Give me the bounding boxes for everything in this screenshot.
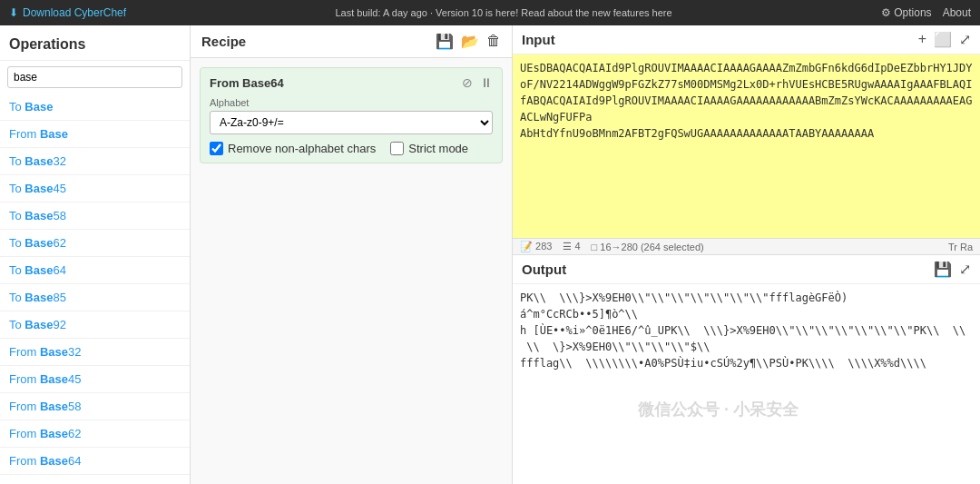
recipe-header: Recipe 💾 📂 🗑 — [191, 25, 512, 58]
search-input[interactable] — [7, 66, 182, 88]
op-disable-button[interactable]: ⊘ — [462, 75, 473, 90]
line-count: ☰ 4 — [563, 241, 580, 252]
alphabet-field-group: Alphabet A-Za-z0-9+/= A-Za-z0-9-_ Custom — [210, 97, 493, 134]
download-icon: ⬇ — [9, 6, 18, 19]
recipe-actions: 💾 📂 🗑 — [436, 33, 501, 50]
strict-mode-text: Strict mode — [408, 142, 468, 155]
input-header: Input + ⬜ ⤢ — [513, 25, 980, 54]
operation-card-from-base64: From Base64 ⊘ ⏸ Alphabet A-Za-z0-9+/= A-… — [200, 67, 503, 163]
sidebar-item-to-base85[interactable]: To Base85 — [0, 284, 190, 311]
output-expand-button[interactable]: ⤢ — [959, 261, 971, 278]
char-count: 📝 283 — [520, 241, 552, 252]
io-panel: Input + ⬜ ⤢ UEsDBAQACQAIAId9PlgROUVIMAAA… — [513, 25, 980, 484]
options-button[interactable]: ⚙ Options — [881, 6, 932, 19]
output-header: Output 💾 ⤢ — [513, 255, 980, 284]
search-box — [0, 61, 190, 94]
alphabet-label: Alphabet — [210, 97, 493, 108]
sidebar-item-from-base62[interactable]: From Base62 — [0, 420, 190, 448]
output-save-button[interactable]: 💾 — [934, 261, 952, 278]
download-label[interactable]: Download CyberChef — [23, 6, 126, 19]
sidebar-item-from-base45[interactable]: From Base45 — [0, 366, 190, 393]
strict-mode-checkbox[interactable] — [390, 142, 404, 155]
sidebar-item-from-base32[interactable]: From Base32 — [0, 339, 190, 366]
main-layout: Operations To Base From Base To Base32 T… — [0, 25, 980, 484]
alphabet-select[interactable]: A-Za-z0-9+/= A-Za-z0-9-_ Custom — [210, 111, 493, 134]
remove-nonalpha-text: Remove non-alphabet chars — [228, 142, 376, 155]
download-section[interactable]: ⬇ Download CyberChef — [9, 6, 126, 19]
output-title: Output — [522, 262, 566, 277]
output-content: PK\\ \\\}>X%9EH0\\"\\"\\"\\"\\"\\"\\"fff… — [513, 284, 980, 484]
output-line-2: á^m°CcRCb••5]¶ò^\\ — [520, 306, 973, 322]
recipe-panel: Recipe 💾 📂 🗑 From Base64 ⊘ ⏸ Alphabet A-… — [191, 25, 513, 484]
recipe-open-button[interactable]: 📂 — [461, 33, 479, 50]
op-card-header: From Base64 ⊘ ⏸ — [210, 75, 493, 90]
sidebar-item-from-base64[interactable]: From Base64 — [0, 448, 190, 475]
topbar-right: ⚙ Options About — [881, 6, 971, 19]
output-section: Output 💾 ⤢ PK\\ \\\}>X%9EH0\\"\\"\\"\\"\… — [513, 255, 980, 484]
input-section: Input + ⬜ ⤢ UEsDBAQACQAIAId9PlgROUVIMAAA… — [513, 25, 980, 255]
sidebar-item-from-base58[interactable]: From Base58 — [0, 393, 190, 420]
sidebar-item-to-base64[interactable]: To Base64 — [0, 257, 190, 284]
recipe-title: Recipe — [201, 34, 246, 49]
sidebar-item-to-base58[interactable]: To Base58 — [0, 202, 190, 230]
build-info: Last build: A day ago · Version 10 is he… — [335, 7, 671, 18]
topbar: ⬇ Download CyberChef Last build: A day a… — [0, 0, 980, 25]
output-line-3: h [ÙE••%i»^0ë1HE6/^û_UPK\\ \\\}>X%9EH0\\… — [520, 322, 973, 355]
strict-mode-label[interactable]: Strict mode — [390, 142, 468, 155]
sidebar-item-to-base[interactable]: To Base — [0, 94, 190, 121]
remove-nonalpha-checkbox[interactable] — [210, 142, 223, 155]
op-card-title: From Base64 — [210, 76, 284, 90]
input-window-button[interactable]: ⬜ — [934, 31, 952, 48]
sidebar-item-to-base45[interactable]: To Base45 — [0, 175, 190, 202]
remove-nonalpha-label[interactable]: Remove non-alphabet chars — [210, 142, 376, 155]
input-expand-button[interactable]: ⤢ — [959, 31, 971, 48]
input-title: Input — [522, 32, 555, 47]
checkboxes-row: Remove non-alphabet chars Strict mode — [210, 142, 493, 155]
sidebar: Operations To Base From Base To Base32 T… — [0, 25, 191, 484]
about-button[interactable]: About — [943, 6, 971, 19]
input-add-button[interactable]: + — [918, 31, 926, 48]
output-line-4: ffflag\\ \\\\\\\\•A0%PSÙ‡iu•cSÚ%2y¶\\PSÙ… — [520, 355, 973, 371]
sidebar-item-to-base92[interactable]: To Base92 — [0, 311, 190, 339]
sidebar-item-to-base32[interactable]: To Base32 — [0, 148, 190, 175]
op-minimize-button[interactable]: ⏸ — [480, 75, 493, 90]
output-actions: 💾 ⤢ — [934, 261, 971, 278]
input-actions: + ⬜ ⤢ — [918, 31, 971, 48]
op-card-controls: ⊘ ⏸ — [462, 75, 493, 90]
sidebar-item-to-base62[interactable]: To Base62 — [0, 230, 190, 257]
output-line-1: PK\\ \\\}>X%9EH0\\"\\"\\"\\"\\"\\"\\"fff… — [520, 290, 973, 306]
sidebar-title: Operations — [0, 25, 190, 61]
input-statusbar: 📝 283 ☰ 4 □ 16→280 (264 selected) Tr Ra — [513, 238, 980, 254]
sidebar-item-from-base[interactable]: From Base — [0, 121, 190, 148]
input-toolbar-icons: Tr Ra — [948, 242, 973, 252]
recipe-save-button[interactable]: 💾 — [436, 33, 454, 50]
selection-info: □ 16→280 (264 selected) — [592, 242, 704, 252]
input-content[interactable]: UEsDBAQACQAIAId9PlgROUVIMAAAACIAAAAGAAAA… — [513, 54, 980, 238]
recipe-delete-button[interactable]: 🗑 — [486, 33, 501, 50]
